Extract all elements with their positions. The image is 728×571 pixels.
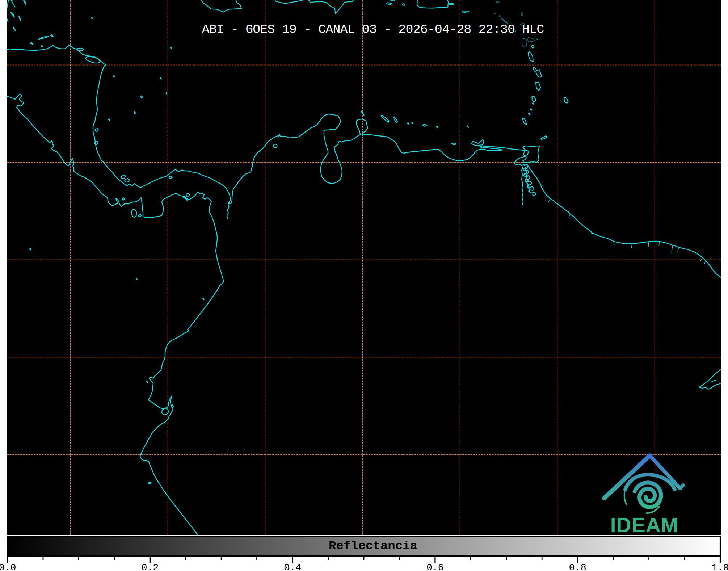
- svg-text:0.4: 0.4: [284, 562, 301, 571]
- svg-text:0.0: 0.0: [0, 562, 16, 571]
- svg-text:IDEAM: IDEAM: [610, 513, 679, 537]
- svg-text:0.2: 0.2: [141, 562, 159, 571]
- svg-text:0.8: 0.8: [569, 562, 586, 571]
- svg-text:0.6: 0.6: [426, 562, 444, 571]
- svg-text:ABI - GOES 19 - CANAL 03 - 202: ABI - GOES 19 - CANAL 03 - 2026-04-28 22…: [202, 22, 544, 37]
- svg-text:1.0: 1.0: [712, 562, 728, 571]
- svg-text:Reflectancia: Reflectancia: [329, 539, 417, 553]
